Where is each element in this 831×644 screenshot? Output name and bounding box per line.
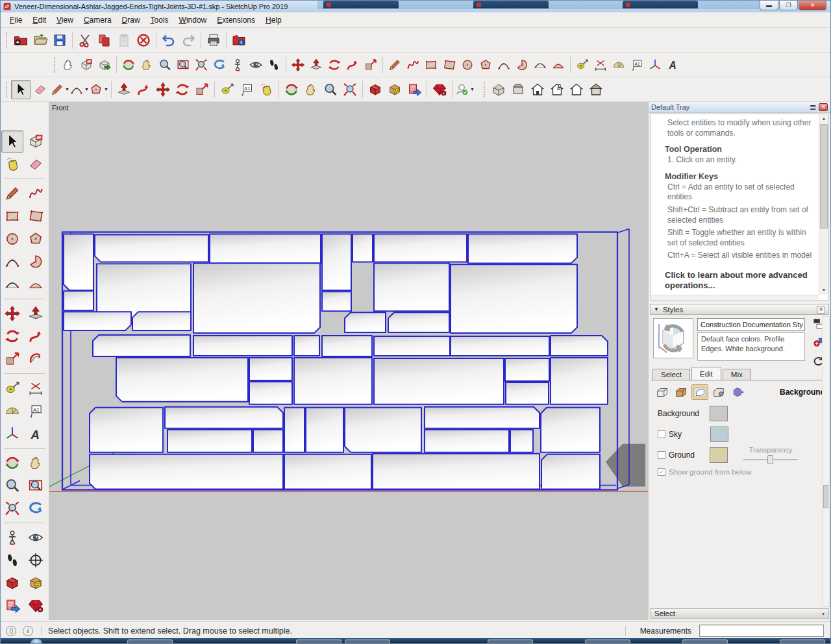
scroll-up-icon[interactable]: ▲ xyxy=(819,114,828,123)
zoom-button[interactable] xyxy=(321,80,340,99)
previous-view-button[interactable] xyxy=(210,56,229,74)
share-model-button[interactable] xyxy=(404,80,424,99)
dropdown-arrow-icon[interactable]: ▼ xyxy=(470,87,475,92)
look-around-button[interactable] xyxy=(25,526,47,549)
push-pull-button[interactable] xyxy=(114,80,134,99)
stone-face[interactable] xyxy=(193,336,292,356)
zoom-button[interactable] xyxy=(1,475,23,497)
face-settings-icon[interactable] xyxy=(673,384,689,400)
model-info-button[interactable] xyxy=(229,31,249,50)
select-button[interactable] xyxy=(11,80,31,99)
zoom-extents-button[interactable] xyxy=(192,56,210,74)
stone-face[interactable] xyxy=(374,234,467,262)
undo-button[interactable] xyxy=(159,31,179,50)
dimension-button[interactable] xyxy=(25,377,47,399)
scale-button[interactable] xyxy=(362,56,380,74)
tab-edit[interactable]: Edit xyxy=(691,367,721,380)
scroll-down-icon[interactable]: ▼ xyxy=(819,286,828,295)
tab-select[interactable]: Select xyxy=(652,369,690,380)
menu-edit[interactable]: Edit xyxy=(27,14,51,27)
line-button[interactable]: ▼ xyxy=(50,80,69,99)
axes-button[interactable] xyxy=(1,423,23,445)
offset-button[interactable] xyxy=(25,348,47,370)
stone-face[interactable] xyxy=(64,312,131,330)
tray-scroll-thumb[interactable] xyxy=(823,485,828,508)
close-button[interactable]: ✕ xyxy=(799,1,826,10)
taskbar-button[interactable] xyxy=(345,639,390,644)
stone-face[interactable] xyxy=(451,264,577,333)
make-component-button[interactable] xyxy=(25,130,47,153)
open-model-button[interactable] xyxy=(31,31,50,50)
background-settings-icon[interactable] xyxy=(691,384,708,400)
pie-button[interactable] xyxy=(513,56,531,74)
stone-face[interactable] xyxy=(93,335,190,356)
measurements-input[interactable] xyxy=(699,625,824,637)
erase-button[interactable] xyxy=(134,31,153,50)
stone-face[interactable] xyxy=(193,263,320,333)
background-color-swatch[interactable] xyxy=(710,406,728,421)
look-around-button[interactable] xyxy=(247,56,265,74)
stone-face[interactable] xyxy=(64,291,93,310)
orbit-button[interactable] xyxy=(1,452,23,474)
move-button[interactable] xyxy=(289,56,307,74)
rotate-button[interactable] xyxy=(325,56,343,74)
component-exchange-button[interactable] xyxy=(95,56,114,74)
stone-face[interactable] xyxy=(132,312,191,330)
pie-button[interactable] xyxy=(25,251,47,273)
slider-thumb[interactable] xyxy=(767,455,773,464)
stone-face[interactable] xyxy=(284,454,371,489)
dimension-button[interactable] xyxy=(591,56,610,74)
stone-face[interactable] xyxy=(90,408,163,452)
advanced-operations-link[interactable]: Click to learn about more advanced opera… xyxy=(665,270,816,291)
circle-button[interactable] xyxy=(1,228,23,250)
pin-icon[interactable]: 𝌆 xyxy=(810,103,816,112)
sky-color-swatch[interactable] xyxy=(710,427,728,442)
follow-me-button[interactable] xyxy=(134,80,153,99)
instructor-scrollbar[interactable]: ▲ ▼ xyxy=(819,114,828,295)
stone-face[interactable] xyxy=(322,336,372,356)
menu-window[interactable]: Window xyxy=(174,14,212,27)
scale-button[interactable] xyxy=(1,348,23,370)
zoom-window-button[interactable] xyxy=(174,56,192,74)
rectangle-button[interactable] xyxy=(1,205,23,227)
stone-face[interactable] xyxy=(167,430,252,452)
scale-button[interactable] xyxy=(192,80,212,99)
pan-button[interactable] xyxy=(25,452,47,474)
three-point-arc-button[interactable] xyxy=(531,56,549,74)
stone-face[interactable] xyxy=(541,408,600,452)
position-camera-button[interactable] xyxy=(1,526,23,549)
dropdown-arrow-icon[interactable]: ▼ xyxy=(84,87,89,92)
model-viewport[interactable]: Front xyxy=(49,102,648,620)
stone-face[interactable] xyxy=(373,454,540,489)
edge-settings-icon[interactable] xyxy=(654,384,671,400)
stone-face[interactable] xyxy=(425,430,509,452)
stone-face[interactable] xyxy=(451,336,549,356)
watermark-settings-icon[interactable] xyxy=(710,384,727,400)
restore-button[interactable]: ❐ xyxy=(779,1,798,10)
sky-checkbox[interactable] xyxy=(658,430,665,438)
stone-face[interactable] xyxy=(541,454,600,489)
line-button[interactable] xyxy=(1,182,23,204)
hand-tool-button[interactable] xyxy=(59,56,77,74)
collapse-triangle-icon[interactable]: ▼ xyxy=(654,306,659,312)
dropdown-arrow-icon[interactable]: ▼ xyxy=(104,87,108,92)
cut-button[interactable] xyxy=(75,31,95,50)
transparency-slider[interactable] xyxy=(743,455,798,464)
stone-face[interactable] xyxy=(345,312,386,332)
circle-button[interactable] xyxy=(458,56,477,74)
ground-checkbox[interactable] xyxy=(658,451,665,459)
protractor-button[interactable] xyxy=(1,400,23,422)
component-sampler-button[interactable] xyxy=(77,56,95,74)
3d-warehouse-button[interactable] xyxy=(1,572,23,594)
axes-button[interactable] xyxy=(646,56,664,74)
orbit-button[interactable] xyxy=(119,56,138,74)
stone-face[interactable] xyxy=(210,234,321,263)
styles-panel-header[interactable]: ▼ Styles ✕ xyxy=(650,304,829,315)
dropdown-arrow-icon[interactable]: ▼ xyxy=(65,87,69,92)
protractor-button[interactable] xyxy=(610,56,628,74)
follow-me-button[interactable] xyxy=(25,325,47,347)
start-orb-icon[interactable] xyxy=(31,639,42,644)
tray-scrollbar[interactable] xyxy=(822,316,830,607)
stone-face[interactable] xyxy=(374,358,504,404)
arc-button[interactable] xyxy=(495,56,513,74)
